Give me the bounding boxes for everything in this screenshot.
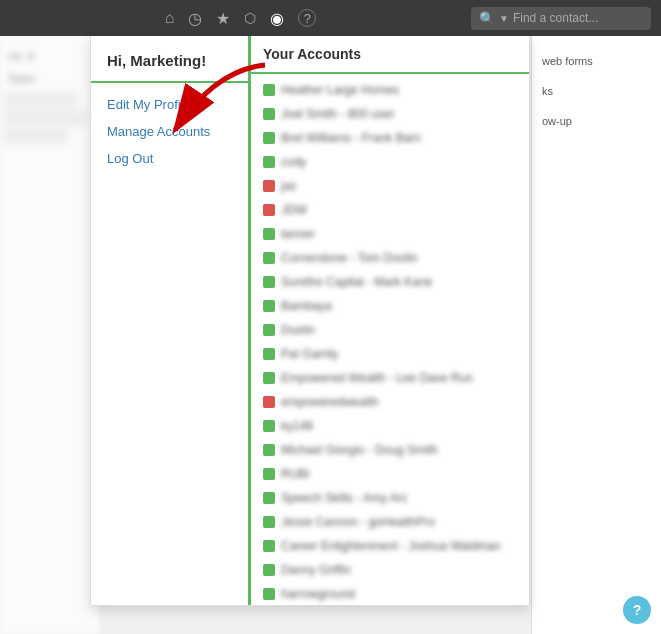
account-item[interactable]: Jesse Cannon - goHealthPro (251, 510, 529, 534)
search-placeholder-text: Find a contact... (513, 11, 598, 25)
search-icon: 🔍 (479, 11, 495, 26)
search-bar[interactable]: 🔍 ▼ Find a contact... (471, 7, 651, 30)
account-name: ky148 (281, 419, 517, 433)
account-item[interactable]: Danny Griffin (251, 558, 529, 582)
right-sidebar-links: web forms ks ow-up (542, 46, 651, 137)
account-item[interactable]: Dustin (251, 318, 529, 342)
right-sidebar: web forms ks ow-up (531, 36, 661, 634)
account-dot (263, 132, 275, 144)
account-item[interactable]: empoweredwealth (251, 390, 529, 414)
help-button[interactable]: ? (623, 596, 651, 624)
account-item[interactable]: jas (251, 174, 529, 198)
account-item[interactable]: RUBI (251, 462, 529, 486)
account-name: Danny Griffin (281, 563, 517, 577)
account-item[interactable]: JDW (251, 198, 529, 222)
nav-icons-group: ⌂ ◷ ★ ⬡ ◉ ? (10, 9, 471, 28)
account-item[interactable]: tanner (251, 222, 529, 246)
account-dot (263, 516, 275, 528)
account-item[interactable]: harrowground (251, 582, 529, 605)
account-dot (263, 588, 275, 600)
account-name: Pat Garrity (281, 347, 517, 361)
account-item[interactable]: Cornerstone - Tom Doolin (251, 246, 529, 270)
account-name: Bret Williams - Frank Barn (281, 131, 517, 145)
account-item[interactable]: Speech Skills - Amy Arc (251, 486, 529, 510)
accounts-header: Your Accounts (251, 46, 529, 74)
account-name: Heather Large Homes (281, 83, 517, 97)
account-name: Cornerstone - Tom Doolin (281, 251, 517, 265)
search-dropdown-icon[interactable]: ▼ (499, 13, 509, 24)
edit-my-profile-item[interactable]: Edit My Profile (91, 91, 248, 118)
account-dot (263, 252, 275, 264)
account-name: empoweredwealth (281, 395, 517, 409)
account-item[interactable]: Pat Garrity (251, 342, 529, 366)
account-dot (263, 468, 275, 480)
top-navigation: ⌂ ◷ ★ ⬡ ◉ ? 🔍 ▼ Find a contact... (0, 0, 661, 36)
account-item[interactable]: Surefire Capital - Mark Kane (251, 270, 529, 294)
question-circle-icon[interactable]: ? (298, 9, 316, 27)
account-dot (263, 300, 275, 312)
star-icon[interactable]: ★ (216, 9, 230, 28)
left-bar-items (0, 88, 99, 148)
account-name: Speech Skills - Amy Arc (281, 491, 517, 505)
account-name: Bambaya (281, 299, 517, 313)
account-dot (263, 204, 275, 216)
account-item[interactable]: Michael Giorgio - Doug Smith (251, 438, 529, 462)
account-dot (263, 564, 275, 576)
account-name: Jesse Cannon - goHealthPro (281, 515, 517, 529)
account-dot (263, 444, 275, 456)
account-item[interactable]: Empowered Wealth - Lee Dave Run (251, 366, 529, 390)
account-name: JDW (281, 203, 517, 217)
log-out-item[interactable]: Log Out (91, 145, 248, 172)
account-name: Empowered Wealth - Lee Dave Run (281, 371, 517, 385)
dropdown-greeting: Hi, Marketing! (91, 52, 248, 83)
account-name: jas (281, 179, 517, 193)
account-name: harrowground (281, 587, 517, 601)
account-item[interactable]: Heather Large Homes (251, 78, 529, 102)
account-dot (263, 372, 275, 384)
manage-accounts-item[interactable]: Manage Accounts (91, 118, 248, 145)
layers-icon[interactable]: ⬡ (244, 10, 256, 26)
account-name: Surefire Capital - Mark Kane (281, 275, 517, 289)
accounts-list: Heather Large HomesJoel Smith - 800 user… (251, 78, 529, 605)
account-dot (263, 276, 275, 288)
account-item[interactable]: Career Enlightenment - Joshua Waldman (251, 534, 529, 558)
left-sidebar: cts ▼ Oppo (0, 36, 100, 634)
account-name: Michael Giorgio - Doug Smith (281, 443, 517, 457)
dropdown-right-panel: Your Accounts Heather Large HomesJoel Sm… (251, 36, 529, 605)
account-dot (263, 180, 275, 192)
account-item[interactable]: Bret Williams - Frank Barn (251, 126, 529, 150)
account-item[interactable]: ky148 (251, 414, 529, 438)
account-name: Joel Smith - 800 user (281, 107, 517, 121)
account-dot (263, 348, 275, 360)
account-dot (263, 492, 275, 504)
account-item[interactable]: Bambaya (251, 294, 529, 318)
follow-up-link[interactable]: ow-up (542, 106, 651, 136)
account-name: cody (281, 155, 517, 169)
account-dot (263, 228, 275, 240)
dropdown-left-panel: Hi, Marketing! Edit My Profile Manage Ac… (91, 36, 251, 605)
account-dot (263, 324, 275, 336)
account-dot (263, 420, 275, 432)
person-icon[interactable]: ◉ (270, 9, 284, 28)
ks-link[interactable]: ks (542, 76, 651, 106)
account-dot (263, 540, 275, 552)
account-dot (263, 156, 275, 168)
home-icon[interactable]: ⌂ (165, 9, 175, 27)
account-name: RUBI (281, 467, 517, 481)
account-name: tanner (281, 227, 517, 241)
account-name: Career Enlightenment - Joshua Waldman (281, 539, 517, 553)
clock-icon[interactable]: ◷ (188, 9, 202, 28)
user-dropdown: Hi, Marketing! Edit My Profile Manage Ac… (90, 36, 530, 606)
web-forms-link[interactable]: web forms (542, 46, 651, 76)
account-dot (263, 108, 275, 120)
account-name: Dustin (281, 323, 517, 337)
account-item[interactable]: Joel Smith - 800 user (251, 102, 529, 126)
account-item[interactable]: cody (251, 150, 529, 174)
account-dot (263, 396, 275, 408)
account-dot (263, 84, 275, 96)
